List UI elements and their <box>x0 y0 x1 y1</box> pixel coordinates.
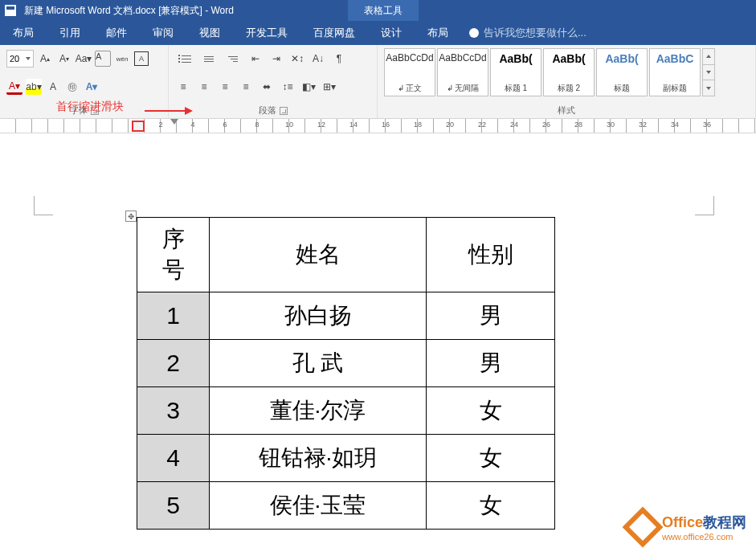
style-heading-2[interactable]: AaBb(标题 2 <box>543 48 595 96</box>
watermark-logo-icon <box>623 507 664 548</box>
table-header-row[interactable]: 序号 姓名 性别 <box>137 218 555 292</box>
first-line-indent-marker[interactable] <box>132 121 145 132</box>
menu-bar: 布局 引用 邮件 审阅 视图 开发工具 百度网盘 设计 布局 告诉我您想要做什么… <box>0 21 756 45</box>
style-no-spacing[interactable]: AaBbCcDd↲ 无间隔 <box>437 48 488 96</box>
paragraph-group-label: 段落 <box>259 104 276 117</box>
cell-name[interactable]: 董佳·尔淳 <box>210 387 427 435</box>
clear-format-button[interactable]: A <box>95 51 111 67</box>
table-row[interactable]: 1 孙白扬 男 <box>137 292 555 340</box>
char-border-button[interactable]: A <box>133 51 149 67</box>
watermark-url: www.office26.com <box>662 532 746 542</box>
text-effects-button[interactable]: A▾ <box>84 79 100 95</box>
text-direction-button[interactable]: ✕↕ <box>289 51 305 67</box>
ribbon-group-styles: AaBbCcDd↲ 正文 AaBbCcDd↲ 无间隔 AaBb(标题 1 AaB… <box>378 45 756 118</box>
highlight-button[interactable]: ab▾ <box>26 79 42 95</box>
cell-num[interactable]: 1 <box>137 292 210 340</box>
tell-me-placeholder: 告诉我您想要做什么... <box>484 26 586 40</box>
cell-num[interactable]: 2 <box>137 340 210 387</box>
cell-gender[interactable]: 女 <box>427 482 555 530</box>
tab-view[interactable]: 视图 <box>186 21 233 45</box>
cell-num[interactable]: 5 <box>137 482 210 530</box>
cell-name[interactable]: 孔 武 <box>210 340 427 387</box>
table-row[interactable]: 5 侯佳·玉莹 女 <box>137 482 555 530</box>
char-shading-button[interactable]: A <box>45 79 61 95</box>
style-subtitle[interactable]: AaBbC副标题 <box>649 48 701 96</box>
document-area[interactable]: ✥ 序号 姓名 性别 1 孙白扬 男 2 孔 武 男 3 董佳·尔淳 <box>0 133 756 182</box>
paragraph-dialog-launcher[interactable] <box>280 107 288 115</box>
shading-button[interactable]: ◧▾ <box>300 79 317 95</box>
styles-scroll-down-button[interactable] <box>703 65 714 81</box>
align-left-button[interactable]: ≡ <box>175 79 191 95</box>
sort-button[interactable]: A↓ <box>310 51 326 67</box>
style-heading-1[interactable]: AaBb(标题 1 <box>490 48 541 96</box>
tab-references[interactable]: 引用 <box>47 21 93 45</box>
chevron-up-icon <box>706 55 711 58</box>
cell-gender[interactable]: 男 <box>427 292 555 340</box>
table-row[interactable]: 4 钮钴禄·如玥 女 <box>137 435 555 482</box>
cell-num[interactable]: 3 <box>137 387 210 435</box>
tab-review[interactable]: 审阅 <box>140 21 186 45</box>
watermark-brand: Office教程网 <box>662 513 746 532</box>
cell-name[interactable]: 侯佳·玉莹 <box>210 482 427 530</box>
numbering-button[interactable] <box>199 51 219 67</box>
shrink-font-button[interactable]: A▾ <box>56 51 72 67</box>
style-normal[interactable]: AaBbCcDd↲ 正文 <box>384 48 435 96</box>
font-color-button[interactable]: A▾ <box>6 79 22 95</box>
styles-expand-button[interactable] <box>703 80 714 96</box>
styles-gallery: AaBbCcDd↲ 正文 AaBbCcDd↲ 无间隔 AaBb(标题 1 AaB… <box>384 48 749 96</box>
contextual-tab-title: 表格工具 <box>348 0 419 21</box>
tab-table-layout[interactable]: 布局 <box>415 21 461 45</box>
cell-gender[interactable]: 女 <box>427 387 555 435</box>
annotation-text: 首行缩进滑块 <box>56 100 124 114</box>
table-row[interactable]: 2 孔 武 男 <box>137 340 555 387</box>
cell-gender[interactable]: 女 <box>427 435 555 482</box>
bullets-button[interactable] <box>175 51 194 67</box>
align-right-button[interactable]: ≡ <box>217 79 233 95</box>
header-name[interactable]: 姓名 <box>210 218 427 292</box>
tab-mailings[interactable]: 邮件 <box>93 21 140 45</box>
title-bar: 新建 Microsoft Word 文档.docx [兼容模式] - Word … <box>0 0 756 21</box>
annotation-arrow-icon <box>145 103 193 119</box>
chevron-down-icon <box>706 71 711 74</box>
indent-triangle-icon[interactable] <box>170 119 178 125</box>
page-corner-left-icon <box>34 196 53 215</box>
header-num[interactable]: 序号 <box>137 218 210 292</box>
svg-marker-1 <box>185 107 193 115</box>
save-icon[interactable] <box>5 5 16 16</box>
data-table[interactable]: 序号 姓名 性别 1 孙白扬 男 2 孔 武 男 3 董佳·尔淳 女 4 <box>137 217 555 530</box>
styles-scroll-up-button[interactable] <box>703 49 714 65</box>
increase-indent-button[interactable]: ⇥ <box>268 51 284 67</box>
tab-layout[interactable]: 布局 <box>0 21 47 45</box>
styles-group-label: 样式 <box>558 104 575 117</box>
ribbon-group-paragraph: ⇤ ⇥ ✕↕ A↓ ¶ ≡ ≡ ≡ ≡ ⬌ ↕≡ ◧▾ ⊞▾ 段落 <box>169 45 378 118</box>
decrease-indent-button[interactable]: ⇤ <box>247 51 264 67</box>
window-title: 新建 Microsoft Word 文档.docx [兼容模式] - Word <box>24 4 234 18</box>
grow-font-button[interactable]: A▴ <box>37 51 53 67</box>
page-corner-right-icon <box>695 196 714 215</box>
cell-name[interactable]: 钮钴禄·如玥 <box>210 435 427 482</box>
phonetic-guide-button[interactable]: wén <box>114 51 130 67</box>
line-spacing-button[interactable]: ↕≡ <box>280 79 296 95</box>
cell-name[interactable]: 孙白扬 <box>210 292 427 340</box>
horizontal-ruler[interactable]: 2 4 6 8 10 12 14 16 18 20 22 24 26 28 30… <box>0 119 756 133</box>
enclose-char-button[interactable]: ㊞ <box>64 79 80 95</box>
chevron-down-icon <box>706 87 711 90</box>
font-size-combo[interactable]: 20 <box>6 50 34 67</box>
borders-button[interactable]: ⊞▾ <box>321 79 337 95</box>
tell-me-search[interactable]: 告诉我您想要做什么... <box>469 26 586 40</box>
table-move-handle[interactable]: ✥ <box>125 211 137 222</box>
change-case-button[interactable]: Aa▾ <box>76 51 92 67</box>
tab-table-design[interactable]: 设计 <box>368 21 415 45</box>
header-gender[interactable]: 性别 <box>427 218 555 292</box>
cell-num[interactable]: 4 <box>137 435 210 482</box>
tab-developer[interactable]: 开发工具 <box>233 21 300 45</box>
multilevel-button[interactable] <box>223 51 243 67</box>
align-center-button[interactable]: ≡ <box>196 79 212 95</box>
cell-gender[interactable]: 男 <box>427 340 555 387</box>
table-row[interactable]: 3 董佳·尔淳 女 <box>137 387 555 435</box>
distribute-button[interactable]: ⬌ <box>259 79 275 95</box>
show-marks-button[interactable]: ¶ <box>331 51 347 67</box>
style-title[interactable]: AaBb(标题 <box>596 48 648 96</box>
justify-button[interactable]: ≡ <box>238 79 254 95</box>
tab-baidu[interactable]: 百度网盘 <box>300 21 368 45</box>
